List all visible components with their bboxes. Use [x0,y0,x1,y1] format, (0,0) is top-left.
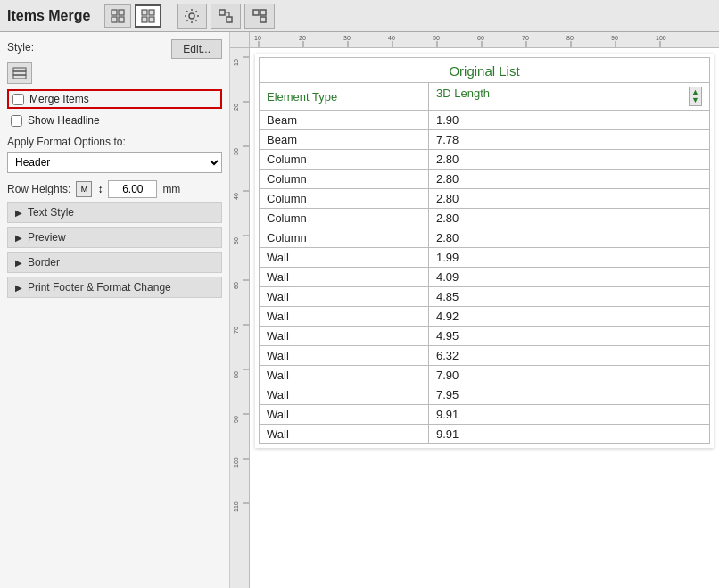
format-dropdown[interactable]: Header Body Footer [7,152,222,173]
print-footer-label: Print Footer & Format Change [28,281,171,294]
length-3d-cell: 6.32 [429,346,710,366]
length-3d-cell: 4.95 [429,327,710,346]
table-header-row: Element Type 3D Length ▲ ▼ [260,83,710,111]
svg-rect-13 [260,17,266,22]
length-3d-cell: 4.09 [429,268,710,287]
gear-icon [184,8,200,24]
table-title: Original List [259,57,710,82]
main-area: Style: Edit... Merge Items Show Headline [0,32,719,588]
element-type-cell: Wall [260,425,429,444]
length-3d-cell: 4.92 [429,307,710,327]
content-row: Original List Element Type 3D Length [230,48,719,588]
print-footer-header[interactable]: ▶ Print Footer & Format Change [8,277,221,297]
svg-rect-14 [13,68,26,71]
v-ruler [230,48,250,588]
element-type-cell: Column [260,170,429,189]
table-row: Wall6.32 [260,346,710,366]
text-style-header[interactable]: ▶ Text Style [8,203,221,222]
length-3d-cell: 7.90 [429,366,710,385]
element-type-cell: Column [260,209,429,228]
table-row: Beam1.90 [260,111,710,130]
show-headline-checkbox[interactable] [11,115,22,127]
length-3d-cell: 9.91 [429,405,710,425]
table-row: Column2.80 [260,189,710,209]
svg-rect-5 [149,10,154,15]
edit-button[interactable]: Edit... [171,39,222,59]
h-ruler-canvas [250,32,719,48]
element-type-cell: Beam [260,111,429,130]
row-heights-separator: ↕ [97,183,103,195]
table-row: Column2.80 [260,209,710,228]
length-3d-cell: 1.90 [429,111,710,130]
app-title: Items Merge [7,8,90,24]
table-row: Wall4.85 [260,287,710,307]
merge-items-checkbox[interactable] [12,94,24,105]
length-3d-cell: 4.85 [429,287,710,307]
merge-items-label: Merge Items [29,93,89,105]
table-row: Column2.80 [260,228,710,248]
style-icon1[interactable] [7,62,32,84]
element-type-cell: Wall [260,346,429,366]
right-area: Original List Element Type 3D Length [230,32,719,588]
text-style-arrow: ▶ [15,208,22,218]
left-panel: Style: Edit... Merge Items Show Headline [0,32,230,588]
row-heights-label: Row Heights: [7,183,70,195]
row-heights-m-label: M [81,185,88,194]
svg-rect-10 [227,17,232,22]
svg-rect-2 [112,17,117,22]
grid-view-btn1[interactable] [104,4,131,28]
layers-icon [252,8,268,24]
row-heights-icon: M [76,181,92,197]
table-scroll-area[interactable]: Original List Element Type 3D Length [250,48,719,588]
length-3d-cell: 2.80 [429,209,710,228]
h-ruler-container [230,32,719,48]
text-style-section: ▶ Text Style [7,202,222,223]
element-type-cell: Column [260,228,429,248]
table-row: Wall7.95 [260,385,710,405]
data-table: Element Type 3D Length ▲ ▼ [259,82,710,444]
svg-rect-12 [260,10,266,15]
element-type-cell: Beam [260,130,429,150]
col-length-header: 3D Length ▲ ▼ [429,83,710,111]
transform-btn[interactable] [211,4,241,29]
table-row: Wall7.90 [260,366,710,385]
length-3d-cell: 2.80 [429,150,710,170]
table-row: Column2.80 [260,170,710,189]
print-footer-section: ▶ Print Footer & Format Change [7,277,222,298]
transform-icon [218,8,234,24]
layers-btn[interactable] [244,4,275,29]
border-header[interactable]: ▶ Border [8,253,221,272]
table-row: Wall1.99 [260,248,710,268]
table-row: Wall4.92 [260,307,710,327]
grid-view-btn2[interactable] [135,4,161,28]
table-body: Beam1.90Beam7.78Column2.80Column2.80Colu… [260,111,710,444]
table-style-icon [12,67,27,79]
element-type-cell: Column [260,189,429,209]
toolbar-separator [169,7,169,25]
length-3d-cell: 2.80 [429,170,710,189]
length-3d-cell: 2.80 [429,228,710,248]
show-headline-row: Show Headline [7,112,222,128]
svg-rect-1 [119,10,124,15]
svg-point-8 [189,13,194,19]
element-type-cell: Wall [260,287,429,307]
svg-rect-4 [142,10,147,15]
preview-header[interactable]: ▶ Preview [8,228,221,247]
svg-rect-7 [149,17,154,22]
element-type-cell: Wall [260,307,429,327]
border-arrow: ▶ [15,258,22,268]
sort-button[interactable]: ▲ ▼ [689,87,702,106]
v-ruler-canvas [230,48,250,588]
row-heights-input[interactable] [108,180,157,198]
settings-btn[interactable] [177,4,207,29]
h-ruler [250,32,719,48]
border-label: Border [28,256,60,269]
table-row: Beam7.78 [260,130,710,150]
svg-rect-0 [112,10,117,15]
text-style-label: Text Style [28,206,74,219]
element-type-cell: Wall [260,405,429,425]
col-element-header: Element Type [260,83,429,111]
preview-label: Preview [28,231,66,244]
border-section: ▶ Border [7,252,222,273]
svg-rect-15 [13,71,26,75]
